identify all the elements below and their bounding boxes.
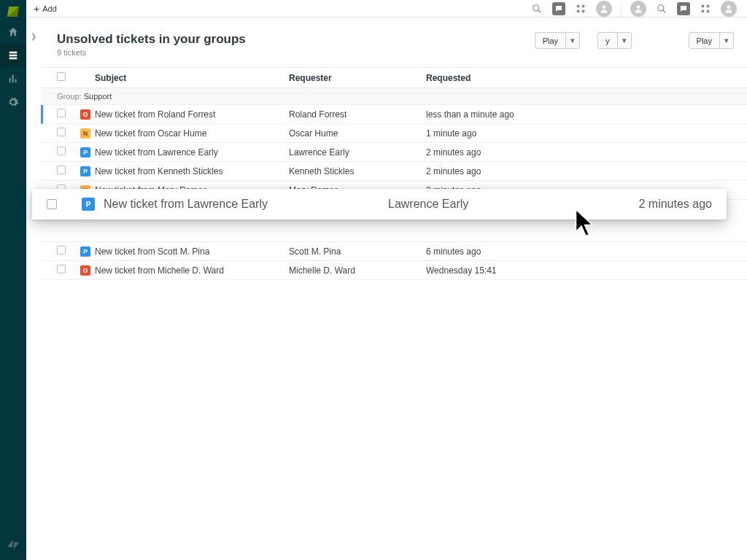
ticket-requester: Oscar Hume — [289, 128, 426, 139]
select-all-checkbox[interactable] — [57, 72, 66, 81]
ticket-requested: less than a minute ago — [426, 109, 572, 120]
page-title: Unsolved tickets in your groups — [57, 32, 246, 47]
group-row: Group: Support — [41, 88, 747, 105]
row-checkbox[interactable] — [57, 128, 66, 136]
sidebar-item-home[interactable] — [0, 20, 26, 44]
svg-rect-9 — [707, 4, 710, 7]
ticket-subject: New ticket from Scott M. Pina — [95, 246, 289, 257]
ticket-subject: New ticket from Michelle D. Ward — [95, 265, 289, 276]
ticket-requested: 6 minutes ago — [426, 246, 572, 257]
ticket-requested: 2 minutes ago — [426, 166, 572, 176]
add-button[interactable]: + Add — [34, 4, 57, 14]
dragged-ticket-row[interactable]: P New ticket from Lawrence Early Lawrenc… — [32, 189, 727, 219]
status-badge: P — [80, 166, 90, 176]
ticket-subject: New ticket from Roland Forrest — [95, 109, 289, 120]
y-dropdown[interactable]: ▾ — [618, 32, 632, 49]
table-row[interactable]: ONew ticket from Roland ForrestRoland Fo… — [41, 105, 747, 124]
table-row[interactable]: NNew ticket from Oscar HumeOscar Hume1 m… — [41, 124, 747, 143]
conversations-icon[interactable] — [677, 2, 690, 15]
svg-point-0 — [533, 4, 539, 10]
apps-icon[interactable] — [699, 2, 712, 15]
svg-point-5 — [603, 5, 606, 9]
add-label: Add — [42, 4, 57, 13]
ticket-requested: Wednesday 15:41 — [426, 265, 572, 276]
sidebar — [0, 0, 26, 560]
ticket-requested: 1 minute ago — [426, 128, 572, 139]
topbar-separator — [621, 2, 622, 15]
sidebar-item-views[interactable] — [0, 44, 26, 67]
status-badge: P — [80, 246, 90, 257]
ticket-requester: Scott M. Pina — [289, 246, 426, 257]
group-label: Group: — [57, 92, 82, 101]
play-button-2[interactable]: Play — [689, 32, 720, 49]
main-content: Unsolved tickets in your groups 9 ticket… — [41, 28, 747, 560]
apps-icon[interactable] — [574, 2, 587, 15]
column-subject[interactable]: Subject — [95, 73, 289, 83]
play-dropdown-2[interactable]: ▾ — [720, 32, 734, 49]
ticket-requester: Michelle D. Ward — [289, 265, 426, 276]
secondary-button-group: y ▾ — [597, 32, 632, 49]
plus-icon: + — [34, 4, 39, 14]
svg-point-6 — [637, 5, 640, 9]
tickets-table: Subject Requester Requested Group: Suppo… — [41, 67, 747, 280]
sidebar-item-admin[interactable] — [0, 90, 26, 114]
svg-point-7 — [658, 4, 664, 10]
sidebar-brand-mark — [0, 535, 26, 554]
row-checkbox[interactable] — [57, 147, 66, 155]
avatar[interactable] — [721, 1, 737, 17]
svg-rect-8 — [702, 4, 705, 7]
ticket-requester: Lawrence Early — [388, 198, 578, 211]
svg-rect-3 — [577, 9, 580, 12]
table-row[interactable]: PNew ticket from Lawrence EarlyLawrence … — [41, 143, 747, 162]
avatar[interactable] — [630, 1, 646, 17]
zendesk-icon — [7, 540, 19, 550]
gear-icon — [7, 96, 19, 108]
ticket-subject: New ticket from Kenneth Stickles — [95, 166, 289, 176]
svg-point-12 — [727, 5, 731, 9]
ticket-subject: New ticket from Lawrence Early — [95, 147, 289, 158]
column-requested[interactable]: Requested — [426, 73, 572, 83]
y-button[interactable]: y — [597, 32, 618, 49]
status-badge: P — [82, 198, 95, 211]
play-button-group-2: Play ▾ — [689, 32, 734, 49]
ticket-subject: New ticket from Oscar Hume — [95, 128, 289, 139]
view-header: Unsolved tickets in your groups 9 ticket… — [41, 28, 747, 61]
svg-rect-1 — [577, 4, 580, 7]
avatar[interactable] — [596, 1, 612, 17]
table-header: Subject Requester Requested — [41, 67, 747, 88]
ticket-subject: New ticket from Lawrence Early — [104, 198, 388, 211]
table-row[interactable]: PNew ticket from Scott M. PinaScott M. P… — [41, 242, 747, 261]
ticket-requested: 2 minutes ago — [426, 147, 572, 158]
svg-rect-11 — [707, 9, 710, 12]
status-badge: O — [80, 265, 90, 276]
search-icon[interactable] — [655, 2, 668, 15]
conversations-icon[interactable] — [552, 2, 565, 15]
status-badge: O — [80, 109, 90, 120]
ticket-requester: Kenneth Stickles — [289, 166, 426, 176]
row-checkbox[interactable] — [57, 265, 66, 273]
topbar: + Add — [26, 0, 747, 18]
home-icon — [7, 26, 19, 38]
group-name: Support — [84, 92, 112, 101]
ticket-requested: 2 minutes ago — [638, 198, 712, 211]
ticket-requester: Lawrence Early — [289, 147, 426, 158]
sidebar-item-reporting[interactable] — [0, 67, 26, 90]
row-checkbox[interactable] — [57, 109, 66, 117]
play-button[interactable]: Play — [535, 32, 566, 49]
tray-icon — [7, 50, 19, 61]
app-logo[interactable] — [0, 3, 26, 20]
collapse-views-chevron-icon[interactable]: ❯ — [31, 32, 36, 40]
table-row[interactable]: PNew ticket from Kenneth SticklesKenneth… — [41, 162, 747, 181]
table-row[interactable]: ONew ticket from Michelle D. WardMichell… — [41, 261, 747, 280]
play-button-group: Play ▾ — [535, 32, 580, 49]
search-icon[interactable] — [530, 2, 543, 15]
row-checkbox[interactable] — [57, 246, 66, 254]
row-checkbox[interactable] — [57, 166, 66, 174]
column-requester[interactable]: Requester — [289, 73, 426, 83]
row-checkbox[interactable] — [47, 199, 57, 209]
ticket-count: 9 tickets — [57, 48, 246, 57]
status-badge: N — [80, 128, 90, 139]
svg-rect-10 — [702, 9, 705, 12]
bar-chart-icon — [7, 73, 19, 85]
play-dropdown[interactable]: ▾ — [566, 32, 580, 49]
